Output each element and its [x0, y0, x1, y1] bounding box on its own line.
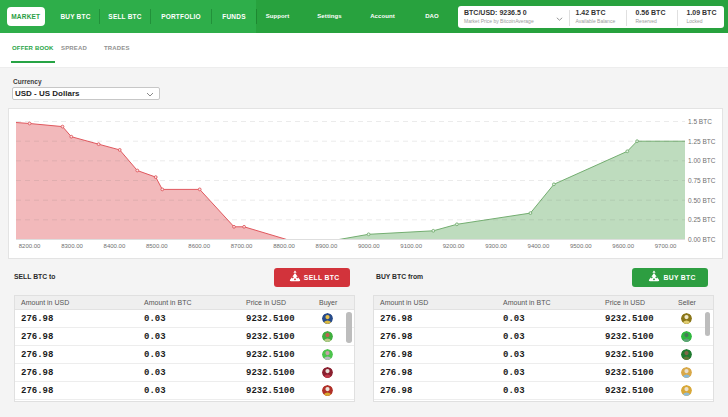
- svg-text:9200.00: 9200.00: [443, 243, 465, 249]
- svg-text:9500.00: 9500.00: [570, 243, 592, 249]
- svg-text:8600.00: 8600.00: [188, 243, 210, 249]
- svg-text:9600.00: 9600.00: [612, 243, 634, 249]
- svg-text:9700.00: 9700.00: [655, 243, 677, 249]
- svg-text:9100.00: 9100.00: [400, 243, 422, 249]
- svg-text:0.00 BTC: 0.00 BTC: [688, 236, 716, 243]
- svg-text:8700.00: 8700.00: [231, 243, 253, 249]
- svg-text:9000.00: 9000.00: [358, 243, 380, 249]
- svg-text:0.25 BTC: 0.25 BTC: [688, 216, 716, 223]
- svg-text:1.5 BTC: 1.5 BTC: [688, 118, 712, 125]
- svg-text:8200.00: 8200.00: [19, 243, 41, 249]
- svg-text:8300.00: 8300.00: [61, 243, 83, 249]
- svg-text:9300.00: 9300.00: [485, 243, 507, 249]
- svg-text:9400.00: 9400.00: [528, 243, 550, 249]
- svg-text:8800.00: 8800.00: [273, 243, 295, 249]
- svg-text:8400.00: 8400.00: [104, 243, 126, 249]
- svg-text:0.50 BTC: 0.50 BTC: [688, 197, 716, 204]
- svg-text:1.25 BTC: 1.25 BTC: [688, 138, 716, 145]
- svg-text:1.00 BTC: 1.00 BTC: [688, 157, 716, 164]
- svg-text:0.75 BTC: 0.75 BTC: [688, 177, 716, 184]
- svg-text:8500.00: 8500.00: [146, 243, 168, 249]
- svg-text:8900.00: 8900.00: [316, 243, 338, 249]
